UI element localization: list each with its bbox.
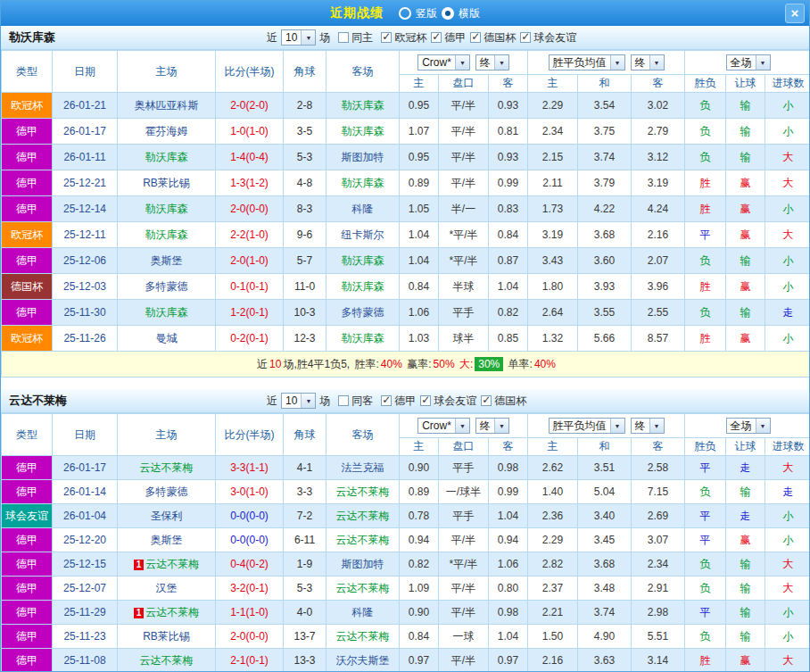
bookmaker-select[interactable]: Crow*▼ [417,54,470,71]
team-name[interactable]: 云达不莱梅 [145,606,199,618]
checkbox-icon[interactable] [381,32,392,43]
league-filter-label[interactable]: 球会友谊 [533,30,576,46]
team-name[interactable]: 科隆 [352,203,374,215]
home-team-cell: 云达不莱梅 [118,456,216,480]
result-handicap-cell: 赢 [726,326,765,352]
league-filter[interactable]: 欧冠杯 [381,30,426,46]
team-name[interactable]: 勒沃库森 [145,151,188,163]
team-name[interactable]: 云达不莱梅 [145,558,199,570]
summary-body: 近10场,胜4平1负5, 胜率:40% 赢率:50% 大:30% 单率:40% [2,352,810,377]
team-name[interactable]: 云达不莱梅 [336,510,390,522]
team-name[interactable]: 斯图加特 [342,151,384,163]
team-name[interactable]: 勒沃库森 [342,125,384,137]
bookmaker-select[interactable]: Crow*▼ [417,418,470,434]
team-name[interactable]: 云达不莱梅 [336,630,390,643]
same-venue-label[interactable]: 同客 [351,394,373,409]
team-name[interactable]: 云达不莱梅 [336,485,390,498]
team-name[interactable]: 勒沃库森 [342,280,384,293]
checkbox-icon[interactable] [431,32,442,43]
avg-odds-select[interactable]: 胜平负均值▼ [549,418,625,434]
avg-home-odds-cell: 1.50 [528,625,578,649]
avg-odds-select[interactable]: 胜平负均值▼ [549,54,625,71]
scope-select[interactable]: 全场▼ [726,54,771,71]
league-filter-label[interactable]: 球会友谊 [434,394,476,409]
team-name[interactable]: 云达不莱梅 [336,534,390,546]
team-name[interactable]: 勒沃库森 [145,228,188,241]
same-venue-filter[interactable]: 同客 [338,394,373,409]
team-name[interactable]: 勒沃库森 [342,332,384,344]
close-button[interactable]: × [785,4,805,23]
handicap-line-cell: 平/半 [439,528,489,552]
home-team-cell: 勒沃库森 [118,196,216,222]
home-team-cell: 曼城 [118,326,216,352]
team-name[interactable]: 霍芬海姆 [145,125,188,137]
checkbox-icon[interactable] [420,395,431,406]
recent-count-select[interactable]: 10▼ [281,29,316,46]
league-filter-label[interactable]: 德国杯 [484,30,516,46]
avg-home-odds-cell: 3.19 [528,222,578,248]
score-cell: 1-3(1-2) [216,170,284,196]
team-name[interactable]: 勒沃库森 [145,203,188,215]
league-filter[interactable]: 德甲 [431,30,466,46]
team-name[interactable]: 多特蒙德 [145,485,188,498]
layout-vertical-radio[interactable] [399,7,411,20]
team-name[interactable]: 云达不莱梅 [336,582,390,594]
league-filter-label[interactable]: 德甲 [444,30,466,46]
team-name[interactable]: RB莱比锡 [143,177,190,189]
team-name[interactable]: 云达不莱梅 [140,654,194,667]
avg-stage-select[interactable]: 终▼ [631,418,665,434]
checkbox-icon[interactable] [381,395,392,406]
league-filter-label[interactable]: 欧冠杯 [394,30,426,46]
team-name[interactable]: 勒沃库森 [342,177,384,189]
team-name[interactable]: 奥林匹亚科斯 [135,99,199,112]
team-name[interactable]: 沃尔夫斯堡 [336,654,390,667]
team-name[interactable]: 奥斯堡 [151,534,183,546]
odds-stage-select[interactable]: 终▼ [475,54,509,71]
checkbox-icon[interactable] [338,32,349,43]
league-filter[interactable]: 德国杯 [470,30,516,46]
away-team-cell: 勒沃库森 [326,248,400,274]
layout-vertical-label[interactable]: 竖版 [416,6,437,21]
team-name[interactable]: 勒沃库森 [342,254,384,267]
scope-select[interactable]: 全场▼ [726,418,771,434]
summary-part: 50% [434,358,455,370]
team-name[interactable]: 勒沃库森 [145,306,188,319]
team-name[interactable]: 科隆 [352,606,374,618]
league-filter[interactable]: 德国杯 [481,394,526,409]
checkbox-icon[interactable] [520,32,531,43]
team-name[interactable]: RB莱比锡 [143,630,190,643]
checkbox-icon[interactable] [338,395,349,406]
result-goals-cell: 大 [765,145,810,170]
odds-stage-select[interactable]: 终▼ [475,418,509,434]
team-name[interactable]: 多特蒙德 [342,306,384,319]
avg-draw-odds-cell: 3.75 [578,119,632,145]
league-filter-label[interactable]: 德国杯 [494,394,526,409]
team-name[interactable]: 法兰克福 [342,461,384,474]
team-name[interactable]: 圣保利 [151,510,183,522]
team-name[interactable]: 云达不莱梅 [140,461,194,474]
avg-stage-select[interactable]: 终▼ [631,54,665,71]
checkbox-icon[interactable] [470,32,481,43]
avg-draw-odds-cell: 3.74 [578,601,632,625]
layout-horizontal-label[interactable]: 横版 [459,6,480,21]
checkbox-icon[interactable] [481,395,492,406]
team-name[interactable]: 勒沃库森 [342,99,384,112]
handicap-home-odds-cell: 1.06 [400,300,439,326]
layout-horizontal-radio[interactable] [442,7,454,20]
league-filter[interactable]: 球会友谊 [520,30,576,46]
team-name[interactable]: 纽卡斯尔 [342,228,384,241]
team-name[interactable]: 奥斯堡 [151,254,183,267]
score-cell: 2-1(0-1) [216,649,284,672]
same-venue-filter[interactable]: 同主 [338,30,373,46]
league-filter[interactable]: 球会友谊 [420,394,476,409]
team-name[interactable]: 斯图加特 [342,558,384,570]
team-name[interactable]: 汉堡 [156,582,178,594]
avg-draw-odds-cell: 3.93 [578,274,632,300]
avg-home-odds-cell: 2.82 [528,552,578,577]
same-venue-label[interactable]: 同主 [351,30,373,46]
team-name[interactable]: 曼城 [156,332,178,344]
league-filter[interactable]: 德甲 [381,394,416,409]
recent-count-select[interactable]: 10▼ [281,393,316,409]
league-filter-label[interactable]: 德甲 [394,394,416,409]
team-name[interactable]: 多特蒙德 [145,280,188,293]
